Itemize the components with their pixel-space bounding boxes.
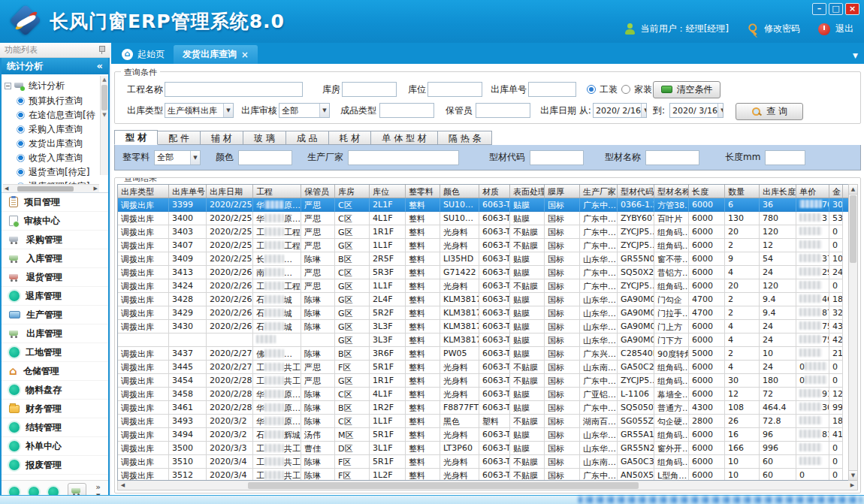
audit-select[interactable]: 全部▼ — [279, 103, 330, 118]
column-header-长度[interactable]: 长度 — [689, 185, 725, 198]
sidebar-item-生产管理[interactable]: 生产管理 — [2, 306, 108, 324]
column-header-材质[interactable]: 材质 — [479, 185, 510, 198]
sidebar-item-审核中心[interactable]: 审核中心 — [2, 212, 108, 231]
column-header-保管员[interactable]: 保管员 — [301, 185, 335, 198]
column-header-出库长度[interactable]: 出库长度 — [760, 185, 796, 198]
table-row[interactable]: 调拨出库34002020/2/25华原…严思C区4L1F整料SU10…6063-… — [118, 212, 848, 225]
maximize-button[interactable]: □ — [829, 3, 843, 15]
table-row[interactable]: 调拨出库34612020/2/28华原…陈琳B区1R2F整料F8877FT606… — [118, 401, 848, 415]
material-tab-成品[interactable]: 成 品 — [286, 131, 329, 145]
whole-part-select[interactable]: 全部▼ — [154, 150, 201, 165]
order-no-input[interactable] — [528, 82, 576, 97]
column-header-表面处理[interactable]: 表面处理 — [510, 185, 545, 198]
color-input[interactable] — [238, 150, 292, 165]
date-to-select[interactable]: 2020/ 3/16▼ — [669, 103, 724, 118]
table-row[interactable]: 调拨出库34242020/2/26工工程严思G区1L1F整料光身料6063-T5… — [118, 279, 848, 293]
column-header-单价[interactable]: 单价 — [796, 185, 829, 198]
sidebar-item-采购管理[interactable]: 采购管理 — [2, 231, 108, 249]
table-row[interactable]: 调拨出库34582020/2/28华原…陈琳C区4L1F整料光身料6063-T5… — [118, 388, 848, 401]
keeper-input[interactable] — [476, 103, 530, 118]
sidebar-item-入库管理[interactable]: 入库管理 — [2, 249, 108, 268]
tree-root[interactable]: 统计分析 — [5, 77, 107, 94]
product-type-input[interactable] — [379, 103, 434, 118]
table-row[interactable]: 调拨出库34282020/2/26石城陈琳G区2L4F整料KLM38176063… — [118, 293, 848, 306]
table-row[interactable]: 调拨出库34132020/2/26南…严思C区5R3F整料G714226063-… — [118, 266, 848, 279]
sidebar-item-退库管理[interactable]: 退库管理 — [2, 287, 108, 306]
sidebar-item-物料盘存[interactable]: 物料盘存 — [2, 381, 108, 400]
horizontal-scroll-thumb[interactable] — [248, 482, 639, 489]
location-input[interactable] — [427, 82, 482, 97]
tab-overflow-icon[interactable]: ▼ — [853, 52, 858, 59]
tree-vertical-scrollbar[interactable]: ▲▼ — [100, 76, 108, 175]
radio-家装[interactable] — [621, 85, 630, 94]
scroll-right-icon[interactable]: ▶ — [847, 482, 857, 488]
minimize-button[interactable]: – — [812, 3, 826, 15]
radio-工装[interactable] — [587, 85, 596, 94]
column-header-生产厂家[interactable]: 生产厂家 — [580, 185, 618, 198]
pin-icon[interactable] — [98, 46, 105, 54]
table-row[interactable]: 调拨出库34942020/3/2石辉城汤伟M区5R1F整料光身料6063-T5贴… — [118, 428, 848, 442]
column-header-金[interactable]: 金 — [829, 185, 843, 198]
profile-code-input[interactable] — [530, 150, 584, 165]
material-tab-型材[interactable]: 型 材 — [114, 130, 158, 145]
tree-horizontal-scrollbar[interactable]: ◀▶ — [3, 184, 99, 192]
tree-item-收货入库查询[interactable]: 收货入库查询 — [5, 151, 107, 165]
sidebar-item-补单中心[interactable]: 补单中心 — [2, 437, 108, 456]
tab-起始页[interactable]: ⌂起始页 — [113, 45, 174, 64]
tree-item-退货查询[待定][interactable]: 退货查询[待定] — [5, 165, 107, 180]
column-header-型材代码[interactable]: 型材代码 — [618, 185, 654, 198]
material-tab-耗材[interactable]: 耗 材 — [329, 131, 372, 145]
collapse-icon[interactable]: « — [97, 58, 103, 74]
date-from-select[interactable]: 2020/ 2/16▼ — [593, 103, 647, 118]
scroll-up-icon[interactable]: ▲ — [849, 185, 857, 195]
table-row[interactable]: 调拨出库34542020/2/28工共工程严思G区1R1F整料光身料6063-T… — [118, 374, 848, 388]
grid-vertical-scrollbar[interactable]: ▲ ▼ — [848, 184, 858, 481]
table-row[interactable]: 调拨出库34032020/2/25工工程严思G区1R1F整料光身料6063-T5… — [118, 225, 848, 239]
outbound-type-select[interactable]: 生产领料出库▼ — [165, 103, 234, 118]
sidebar-item-项目管理[interactable]: 项目管理 — [2, 193, 108, 212]
vertical-scroll-thumb[interactable] — [850, 195, 856, 263]
sidebar-item-财务管理[interactable]: 财务管理 — [2, 400, 108, 418]
table-row[interactable]: 调拨出库35102020/3/4工共工程陈琳F区5R1F整料光身料6063-T5… — [118, 455, 848, 469]
material-tab-辅材[interactable]: 辅 材 — [201, 131, 243, 145]
column-header-出库日期[interactable]: 出库日期 — [207, 185, 253, 198]
tree-item-采购入库查询[interactable]: 采购入库查询 — [5, 122, 107, 137]
sidebar-item-报废管理[interactable]: 报废管理 — [2, 456, 108, 475]
tree-item-发货出库查询[interactable]: 发货出库查询 — [5, 137, 107, 151]
table-row[interactable]: 调拨出库34092020/2/25长…陈琳B区2R5F整料LI35HD6063-… — [118, 252, 848, 266]
table-row[interactable]: G区3L3F整料KLM38176063-T5贴膜国标山东华…GA90M09.门下… — [118, 333, 848, 347]
material-tab-玻璃[interactable]: 玻 璃 — [243, 131, 286, 145]
column-header-数量[interactable]: 数量 — [725, 185, 760, 198]
column-header-库房[interactable]: 库房 — [335, 185, 370, 198]
logout-link[interactable]: 退出 — [835, 23, 853, 35]
column-header-出库单号[interactable]: 出库单号 — [169, 185, 207, 198]
column-header-库位[interactable]: 库位 — [370, 185, 406, 198]
change-password-link[interactable]: 修改密码 — [764, 23, 800, 35]
search-button[interactable]: 查 询 — [736, 103, 803, 120]
column-header-膜厚[interactable]: 膜厚 — [545, 185, 580, 198]
sidebar-item-出库管理[interactable]: 出库管理 — [2, 324, 108, 343]
tab-close-icon[interactable]: × — [241, 50, 249, 60]
grid-horizontal-scrollbar[interactable]: ◀ ▶ — [117, 481, 858, 490]
table-row[interactable]: 调拨出库33992020/2/25华原…严思C区2L1F整料SU10…6063-… — [118, 198, 848, 212]
close-button[interactable]: × — [845, 3, 859, 15]
material-tab-隔热条[interactable]: 隔 热 条 — [438, 131, 493, 145]
sidebar-item-退货管理[interactable]: 退货管理 — [2, 268, 108, 287]
sidebar-item-工地管理[interactable]: 工地管理 — [2, 343, 108, 362]
table-row[interactable]: 调拨出库34302020/2/26石城陈琳G区3L3F整料KLM38176063… — [118, 320, 848, 333]
table-row[interactable]: 调拨出库34372020/2/27佛…陈琳B区3R6F整料PW056063-T5… — [118, 347, 848, 361]
length-input[interactable] — [765, 150, 805, 165]
sidebar-item-结转管理[interactable]: 结转管理 — [2, 418, 108, 437]
scroll-down-icon[interactable]: ▼ — [849, 470, 857, 480]
column-header-工程[interactable]: 工程 — [253, 185, 301, 198]
clear-conditions-button[interactable]: 清空条件 — [653, 81, 721, 98]
tab-发货出库查询[interactable]: 发货出库查询× — [174, 45, 258, 64]
column-header-型材名称[interactable]: 型材名称 — [654, 185, 689, 198]
column-header-整零料[interactable]: 整零料 — [406, 185, 440, 198]
table-row[interactable]: 调拨出库35122020/3/4工共工程陈琳F区1L2F整料光身料6063-T5… — [118, 469, 848, 480]
table-row[interactable]: 调拨出库35002020/3/3工共工程曹佳D区3L1F整料LT3P606063… — [118, 442, 848, 455]
project-name-input[interactable] — [165, 82, 303, 97]
tree-item-预算执行查询[interactable]: 预算执行查询 — [5, 94, 107, 108]
manufacturer-input[interactable] — [348, 150, 459, 165]
column-header-颜色[interactable]: 颜色 — [440, 185, 479, 198]
